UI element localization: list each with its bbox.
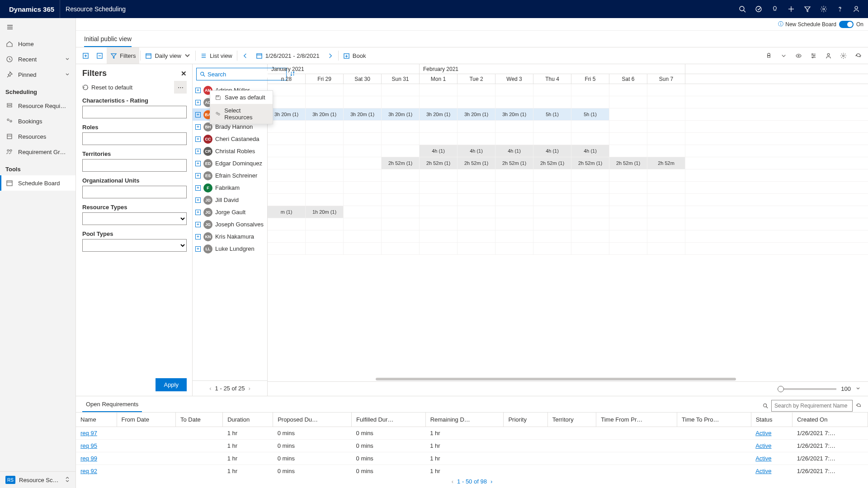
- svg-point-7: [855, 6, 858, 9]
- help-icon[interactable]: [832, 0, 848, 18]
- gear-icon[interactable]: [816, 0, 832, 18]
- svg-line-1: [744, 10, 745, 12]
- svg-point-6: [840, 10, 840, 11]
- search-icon[interactable]: [734, 0, 750, 18]
- svg-point-5: [823, 8, 825, 10]
- svg-point-2: [756, 6, 761, 12]
- app-name: Resource Scheduling: [60, 5, 131, 13]
- lightbulb-icon[interactable]: [767, 0, 783, 18]
- target-icon[interactable]: [750, 0, 767, 18]
- add-icon[interactable]: [783, 0, 799, 18]
- filter-icon[interactable]: [799, 0, 816, 18]
- svg-point-0: [740, 6, 744, 11]
- brand[interactable]: Dynamics 365: [4, 0, 60, 18]
- topbar: Dynamics 365 Resource Scheduling: [0, 0, 868, 18]
- user-icon[interactable]: [848, 0, 864, 18]
